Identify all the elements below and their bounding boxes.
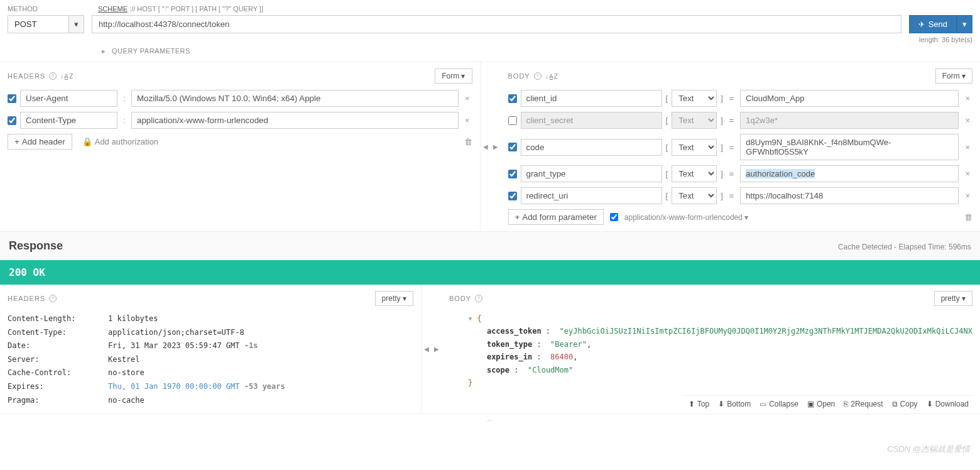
param-type-select[interactable]: Text (672, 139, 717, 156)
encoding-select[interactable]: application/x-www-form-urlencoded ▾ (624, 213, 748, 222)
url-input[interactable]: http://localhost:44378/connect/token (92, 15, 901, 33)
sort-icon[interactable]: ↓A̲Z (545, 73, 558, 80)
collapse-handle[interactable]: ︿ (0, 413, 980, 425)
collapse-icon: ▭ (760, 400, 766, 408)
param-enable-checkbox[interactable] (508, 170, 517, 178)
header-name-input[interactable] (20, 90, 117, 107)
header-enable-checkbox[interactable] (8, 94, 16, 103)
chevron-down-icon[interactable]: ▾ (69, 15, 84, 33)
param-name-input[interactable] (521, 187, 662, 204)
remove-icon[interactable]: × (962, 116, 972, 125)
method-label: METHOD (8, 5, 83, 13)
header-value-input[interactable] (131, 90, 459, 107)
headers-title: HEADERS (8, 72, 45, 80)
param-type-select[interactable]: Text (672, 187, 717, 204)
pane-handle-right[interactable]: ▶ (432, 346, 442, 352)
response-header-value: 1 kilobytes (108, 314, 158, 323)
request-headers-pane: HEADERS ? ↓A̲Z Form ▾ : × : × + Add head… (0, 62, 481, 231)
body-title: BODY (508, 72, 530, 80)
method-select[interactable]: POST ▾ (8, 15, 84, 33)
header-name-input[interactable] (20, 112, 117, 129)
help-icon[interactable]: ? (49, 295, 57, 302)
remove-icon[interactable]: × (462, 94, 472, 103)
query-parameters-toggle[interactable]: ▸ QUERY PARAMETERS (8, 43, 972, 59)
param-type-select[interactable]: Text (672, 112, 717, 129)
plus-icon: + (14, 137, 19, 146)
param-name-input[interactable] (521, 165, 662, 182)
remove-icon[interactable]: × (962, 169, 972, 178)
add-form-parameter-button[interactable]: + Add form parameter (508, 209, 604, 225)
param-enable-checkbox[interactable] (508, 143, 517, 151)
response-header-key: Expires: (8, 380, 108, 394)
param-value-input[interactable]: 1q2w3e* (740, 112, 959, 129)
plus-icon: + (515, 212, 520, 222)
remove-icon[interactable]: × (962, 143, 972, 152)
help-icon[interactable]: ? (475, 295, 482, 302)
response-header-value: Fri, 31 Mar 2023 05:59:47 GMT (108, 341, 240, 350)
response-headers-view[interactable]: pretty ▾ (375, 291, 413, 306)
response-title: Response (9, 239, 63, 253)
response-toolbar: ⬆Top ⬇Bottom ▭Collapse ▣Open ⎘2Request ⧉… (683, 395, 974, 412)
top-button[interactable]: ⬆Top (689, 400, 709, 408)
arrow-up-icon: ⬆ (689, 400, 695, 408)
response-header-key: Server: (8, 353, 108, 367)
param-name-input[interactable] (521, 112, 662, 129)
remove-icon[interactable]: × (962, 94, 972, 103)
param-type-select[interactable]: Text (672, 165, 717, 182)
param-name-input[interactable] (521, 139, 662, 156)
open-button[interactable]: ▣Open (807, 400, 835, 408)
response-header-key: Content-Type: (8, 326, 108, 340)
collapse-toggle-icon[interactable]: ▾ (468, 314, 477, 323)
param-value-input[interactable]: d8Uym9N_sBAI8KhK-_f4n8MbumQWe-GFWhbflO5S… (740, 134, 959, 160)
param-name-input[interactable] (521, 90, 662, 107)
param-value-input[interactable]: CloudMom_App (740, 90, 959, 107)
pane-handle-left[interactable]: ◀ (481, 143, 491, 150)
header-enable-checkbox[interactable] (8, 116, 16, 125)
to-request-button[interactable]: ⎘2Request (844, 400, 883, 408)
response-header-value: Kestrel (108, 355, 140, 364)
bottom-button[interactable]: ⬇Bottom (718, 400, 751, 408)
response-header-key: Date: (8, 339, 108, 353)
scheme-label: SCHEME :// HOST [ ":" PORT ] [ PATH [ "?… (98, 5, 263, 13)
send-dropdown[interactable]: ▾ (957, 15, 972, 33)
response-body-title: BODY (449, 295, 471, 302)
response-header-value: Thu, 01 Jan 1970 00:00:00 GMT (108, 382, 240, 391)
response-meta: Cache Detected - Elapsed Time: 596ms (838, 243, 971, 251)
collapse-button[interactable]: ▭Collapse (760, 400, 798, 408)
pane-handle-left[interactable]: ◀ (422, 346, 432, 352)
pane-handle-right[interactable]: ▶ (491, 143, 501, 150)
help-icon[interactable]: ? (49, 72, 57, 80)
help-icon[interactable]: ? (534, 72, 542, 80)
param-enable-checkbox[interactable] (508, 116, 517, 125)
response-header-key: Pragma: (8, 394, 108, 408)
response-body-pane: BODY ? pretty ▾ ▾ { access_token : "eyJh… (442, 285, 980, 413)
param-enable-checkbox[interactable] (508, 192, 517, 200)
copy-button[interactable]: ⧉Copy (892, 400, 918, 408)
lock-icon: 🔒 (82, 137, 92, 146)
response-header-value: no-store (108, 368, 144, 377)
request-body-pane: BODY ? ↓A̲Z Form ▾ [ Text ]= CloudMom_Ap… (501, 62, 981, 231)
headers-view-select[interactable]: Form ▾ (435, 68, 472, 84)
remove-icon[interactable]: × (462, 116, 472, 125)
response-headers-pane: HEADERS ? pretty ▾ Content-Length:1 kilo… (0, 285, 422, 413)
response-headers-title: HEADERS (8, 295, 45, 302)
trash-icon[interactable]: 🗑 (964, 212, 972, 222)
body-view-select[interactable]: Form ▾ (935, 68, 972, 84)
trash-icon[interactable]: 🗑 (464, 137, 472, 146)
sort-icon[interactable]: ↓A̲Z (60, 73, 74, 80)
param-enable-checkbox[interactable] (508, 94, 517, 103)
add-authorization-link[interactable]: 🔒 Add authorization (82, 137, 158, 146)
encoding-checkbox[interactable] (610, 213, 618, 221)
response-header-value: application/json;charset=UTF-8 (108, 328, 244, 337)
add-header-button[interactable]: + Add header (8, 134, 72, 150)
header-value-input[interactable] (131, 112, 459, 129)
send-button[interactable]: ✈ Send (909, 15, 957, 33)
download-button[interactable]: ⬇Download (927, 400, 969, 408)
triangle-right-icon: ▸ (102, 47, 106, 55)
response-body-view[interactable]: pretty ▾ (934, 291, 972, 306)
response-status: 200 OK (0, 260, 980, 285)
remove-icon[interactable]: × (962, 191, 972, 200)
param-value-input[interactable]: https://localhost:7148 (740, 187, 959, 204)
param-value-input[interactable]: authorization_code (740, 165, 959, 182)
param-type-select[interactable]: Text (672, 90, 717, 107)
